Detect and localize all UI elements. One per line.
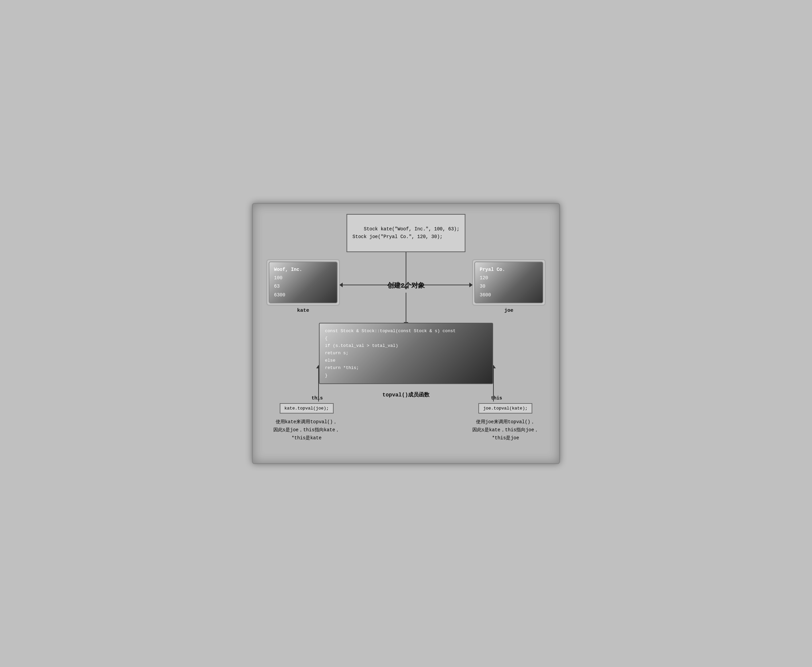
call-box-joe: joe.topval(kate); [478, 403, 532, 413]
joe-object-wrapper: Pryal Co. 120 30 3600 joe [472, 259, 546, 314]
create-label: 创建2个对象 [387, 281, 425, 290]
top-code-line1: Stock kate("Woof, Inc.", 100, 63); [364, 226, 460, 232]
desc-joe-content: 使用joe来调用topval()，因此s是kate，this指向joe，*thi… [472, 419, 539, 441]
func-open: { [325, 335, 487, 342]
joe-object-inner: Pryal Co. 120 30 3600 [474, 262, 543, 304]
desc-kate-content: 使用kate来调用topval()，因此s是joe，this指向kate，*th… [273, 419, 340, 441]
func-else: else [325, 357, 487, 364]
joe-total: 3600 [480, 291, 538, 299]
main-diagram: Stock kate("Woof, Inc.", 100, 63); Stock… [252, 203, 560, 464]
kate-object-outer: Woof, Inc. 100 63 6300 [266, 259, 340, 306]
call-box-kate: kate.topval(joe); [280, 403, 334, 413]
func-signature: const Stock & Stock::topval(const Stock … [325, 327, 487, 335]
this-label-right: this [491, 395, 502, 401]
kate-object-wrapper: Woof, Inc. 100 63 6300 kate [266, 259, 340, 314]
func-return-this: return *this; [325, 364, 487, 372]
func-return-s: return s; [325, 350, 487, 357]
joe-label: joe [472, 308, 546, 314]
arrow-mid-down [406, 293, 406, 323]
top-code-box: Stock kate("Woof, Inc.", 100, 63); Stock… [346, 214, 465, 252]
top-code-line2: Stock joe("Pryal Co.", 120, 30); [352, 234, 443, 239]
joe-company: Pryal Co. [480, 265, 538, 274]
joe-price: 30 [480, 282, 538, 290]
arrow-up-right [493, 368, 494, 402]
kate-shares: 100 [274, 274, 332, 282]
kate-label: kate [266, 308, 340, 314]
func-close: } [325, 372, 487, 379]
this-label-left: this [312, 395, 323, 401]
joe-object-outer: Pryal Co. 120 30 3600 [472, 259, 546, 306]
kate-price: 63 [274, 282, 332, 290]
kate-total: 6300 [274, 291, 332, 299]
function-code-box: const Stock & Stock::topval(const Stock … [319, 323, 493, 384]
desc-text-joe: 使用joe来调用topval()，因此s是kate，this指向joe，*thi… [458, 418, 552, 442]
kate-object-inner: Woof, Inc. 100 63 6300 [269, 262, 338, 304]
kate-company: Woof, Inc. [274, 265, 332, 274]
joe-shares: 120 [480, 274, 538, 282]
desc-text-kate: 使用kate来调用topval()，因此s是joe，this指向kate，*th… [260, 418, 354, 442]
function-label: topval()成员函数 [382, 392, 430, 398]
func-if: if (s.total_val > total_val) [325, 342, 487, 350]
